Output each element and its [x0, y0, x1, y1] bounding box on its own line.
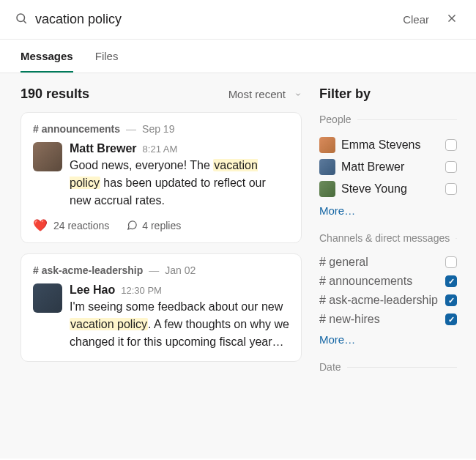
- message-text: I'm seeing some feedback about our new v…: [70, 298, 289, 351]
- filter-channel[interactable]: announcements: [319, 272, 457, 291]
- card-footer: ❤️ 24 reactions 4 replies: [33, 218, 289, 232]
- svg-point-0: [17, 14, 25, 22]
- section-label-people: People: [319, 114, 457, 125]
- avatar: [319, 137, 335, 153]
- checkbox[interactable]: [445, 139, 457, 151]
- message-date: Sep 19: [142, 123, 174, 135]
- replies-count: 4 replies: [142, 220, 181, 231]
- message-card[interactable]: ask-acme-leadership — Jan 02 Lee Hao 12:…: [21, 253, 302, 362]
- filter-person[interactable]: Steve Young: [319, 178, 457, 200]
- avatar: [33, 283, 62, 313]
- results-panel: 190 results Most recent announcements — …: [0, 73, 313, 459]
- tab-files[interactable]: Files: [95, 40, 119, 73]
- separator: —: [149, 264, 159, 276]
- tabs: Messages Files: [0, 40, 476, 73]
- channel-name: announcements: [319, 275, 439, 288]
- person-name: Matt Brewer: [341, 160, 439, 174]
- separator: —: [126, 123, 136, 135]
- filter-people-section: People Emma Stevens Matt Brewer Steve Yo…: [319, 114, 457, 218]
- svg-line-1: [23, 21, 26, 23]
- heart-icon: ❤️: [33, 218, 48, 232]
- section-label-date: Date: [319, 361, 457, 373]
- search-input[interactable]: [35, 12, 403, 27]
- channel-name: general: [319, 256, 439, 269]
- clear-button[interactable]: Clear: [403, 13, 429, 26]
- avatar: [319, 181, 335, 197]
- checkbox[interactable]: [445, 256, 457, 268]
- more-people-link[interactable]: More…: [319, 204, 355, 217]
- search-icon: [15, 12, 28, 28]
- channel-name: ask-acme-leadership: [33, 264, 143, 276]
- thread-icon: [127, 220, 138, 231]
- message-body: Matt Brewer 8:21 AM Good news, everyone!…: [70, 142, 289, 209]
- chevron-down-icon: [294, 91, 302, 98]
- message-card[interactable]: announcements — Sep 19 Matt Brewer 8:21 …: [21, 112, 302, 243]
- message-date: Jan 02: [165, 264, 196, 276]
- filter-channel[interactable]: new-hires: [319, 310, 457, 329]
- results-count: 190 results: [21, 86, 89, 102]
- replies[interactable]: 4 replies: [127, 220, 181, 231]
- message: Matt Brewer 8:21 AM Good news, everyone!…: [33, 142, 289, 209]
- filter-channels-section: Channels & direct messages general annou…: [319, 232, 457, 346]
- message-head: Matt Brewer 8:21 AM: [70, 142, 289, 155]
- content: 190 results Most recent announcements — …: [0, 73, 476, 459]
- person-name: Steve Young: [341, 182, 439, 196]
- highlight: vacation policy: [70, 318, 148, 330]
- more-channels-link[interactable]: More…: [319, 333, 355, 346]
- close-button[interactable]: [442, 9, 461, 30]
- filter-sidebar: Filter by People Emma Stevens Matt Brewe…: [313, 73, 476, 459]
- reactions-count: 24 reactions: [53, 220, 109, 231]
- checkbox[interactable]: [445, 161, 457, 173]
- search-bar: Clear: [0, 0, 476, 40]
- person-name: Emma Stevens: [341, 138, 439, 152]
- checkbox[interactable]: [445, 183, 457, 195]
- tab-messages[interactable]: Messages: [21, 40, 73, 73]
- filter-person[interactable]: Matt Brewer: [319, 156, 457, 178]
- close-icon: [445, 12, 458, 25]
- filter-person[interactable]: Emma Stevens: [319, 134, 457, 156]
- user-name: Lee Hao: [70, 283, 115, 297]
- sort-label: Most recent: [228, 88, 286, 100]
- sort-dropdown[interactable]: Most recent: [228, 88, 302, 100]
- filter-date-section: Date: [319, 361, 457, 373]
- filter-channel[interactable]: general: [319, 253, 457, 272]
- card-header: announcements — Sep 19: [33, 123, 289, 135]
- section-label-channels: Channels & direct messages: [319, 232, 457, 244]
- message-head: Lee Hao 12:30 PM: [70, 283, 289, 297]
- message-body: Lee Hao 12:30 PM I'm seeing some feedbac…: [70, 283, 289, 351]
- filter-channel[interactable]: ask-acme-leadership: [319, 291, 457, 310]
- avatar: [319, 159, 335, 175]
- message: Lee Hao 12:30 PM I'm seeing some feedbac…: [33, 283, 289, 351]
- channel-name: announcements: [33, 123, 120, 135]
- filter-title: Filter by: [319, 86, 457, 102]
- timestamp: 12:30 PM: [121, 285, 162, 296]
- avatar: [33, 142, 62, 171]
- message-text: Good news, everyone! The vacation policy…: [70, 157, 289, 209]
- channel-name: new-hires: [319, 313, 439, 326]
- checkbox[interactable]: [445, 314, 457, 325]
- channel-name: ask-acme-leadership: [319, 294, 439, 307]
- reactions[interactable]: ❤️ 24 reactions: [33, 218, 109, 232]
- results-header: 190 results Most recent: [21, 86, 302, 102]
- timestamp: 8:21 AM: [143, 144, 178, 155]
- checkbox[interactable]: [445, 294, 457, 306]
- card-header: ask-acme-leadership — Jan 02: [33, 264, 289, 276]
- checkbox[interactable]: [445, 275, 457, 287]
- user-name: Matt Brewer: [70, 142, 137, 155]
